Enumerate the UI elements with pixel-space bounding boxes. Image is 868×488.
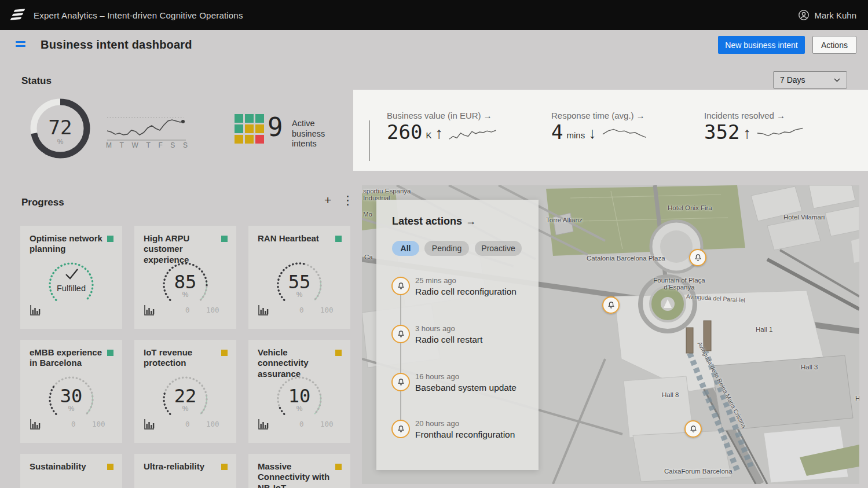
- arrow-right-icon[interactable]: →: [636, 111, 645, 120]
- scale-max: 100: [92, 420, 105, 428]
- menu-icon[interactable]: [16, 41, 25, 47]
- bar-chart-icon[interactable]: [30, 419, 41, 430]
- actions-button[interactable]: Actions: [812, 36, 856, 54]
- user-menu[interactable]: Mark Kuhn: [798, 0, 856, 30]
- card-title: IoT revenue protection: [144, 347, 226, 369]
- card-title: Optimise network planning: [30, 233, 112, 255]
- status-heading: Status: [21, 75, 52, 87]
- scale-max: 100: [320, 306, 334, 314]
- map-label: Hotel Onix Fira: [668, 204, 712, 211]
- app-title: Expert Analytics – Intent-driven Cogniti…: [34, 10, 243, 20]
- ericsson-logo-icon: [10, 8, 25, 23]
- action-title[interactable]: Baseband system update: [415, 383, 517, 393]
- gauge-unit: %: [43, 405, 99, 413]
- check-icon: [64, 267, 79, 280]
- user-name: Mark Kuhn: [814, 10, 856, 20]
- progress-card[interactable]: eMBB experience in Barcelona 30 % 0 100: [20, 340, 122, 443]
- status-square: [335, 350, 342, 356]
- kpi-sparkline: [755, 124, 807, 142]
- bell-icon: [607, 301, 616, 310]
- overall-status-gauge: 72 %: [30, 98, 90, 159]
- status-square: [107, 236, 113, 242]
- kebab-menu-icon[interactable]: ⋮: [342, 194, 354, 206]
- progress-card[interactable]: Vehicle connectivity assurance 10 % 0 10…: [248, 340, 350, 443]
- gauge-value: 55: [272, 271, 327, 293]
- scale-min: 0: [185, 306, 190, 314]
- intent-status-grid-icon: [235, 114, 264, 144]
- bar-chart-icon[interactable]: [258, 419, 269, 430]
- kpi-label: Incidents resolved: [704, 111, 774, 120]
- kpi-value: 4: [551, 122, 563, 142]
- kpi-sparkline: [600, 124, 652, 142]
- progress-card[interactable]: RAN Heartbeat 55 % 0 100: [248, 226, 350, 329]
- filter-proactive[interactable]: Proactive: [475, 241, 522, 256]
- trend-up-icon: ↑: [435, 126, 443, 142]
- bar-chart-icon[interactable]: [30, 304, 41, 316]
- chevron-down-icon: [834, 78, 840, 82]
- map-label: Torre Allianz: [546, 217, 583, 223]
- scale-min: 0: [299, 420, 304, 428]
- progress-card[interactable]: Massive Connectivity with NB-IoT: [248, 454, 350, 488]
- action-bell-icon: [391, 325, 410, 343]
- add-intent-icon[interactable]: +: [324, 194, 331, 206]
- map-alert-marker[interactable]: [689, 249, 706, 266]
- period-value: 7 Days: [780, 75, 805, 85]
- action-title[interactable]: Radio cell reconfiguration: [415, 287, 517, 297]
- gauge-unit: %: [272, 291, 327, 299]
- card-title: Ultra-reliability: [144, 461, 226, 472]
- action-bell-icon: [391, 277, 410, 295]
- kpi-value: 260: [387, 122, 422, 142]
- scale-max: 100: [206, 306, 219, 314]
- kpi-label: Business value (in EUR): [387, 111, 481, 120]
- new-business-intent-button[interactable]: New business intent: [718, 36, 805, 54]
- bar-chart-icon[interactable]: [144, 419, 155, 430]
- status-square: [335, 464, 342, 470]
- status-gauge-value: 72: [30, 116, 90, 139]
- latest-actions-panel: Latest actions→ All Pending Proactive 25…: [376, 200, 539, 470]
- arrow-right-icon[interactable]: →: [466, 215, 476, 227]
- city-map[interactable]: sportiu Espanya Industrial Mo Ca Torre A…: [362, 185, 859, 484]
- filter-all[interactable]: All: [392, 241, 419, 256]
- map-alert-marker[interactable]: [684, 420, 702, 438]
- action-bell-icon: [391, 420, 410, 438]
- map-alert-marker[interactable]: [602, 296, 620, 314]
- card-title: eMBB experience in Barcelona: [30, 347, 112, 369]
- map-label: Ca: [364, 254, 373, 260]
- progress-card[interactable]: High ARPU customer experience 85 % 0 100: [134, 226, 236, 329]
- progress-heading: Progress: [21, 197, 64, 208]
- period-select[interactable]: 7 Days: [773, 71, 847, 89]
- weekday-labels: MTWTFSS: [106, 141, 188, 149]
- gauge-unit: %: [158, 405, 213, 413]
- progress-card[interactable]: IoT revenue protection 22 % 0 100: [134, 340, 236, 443]
- progress-card[interactable]: Sustainability: [20, 454, 122, 488]
- status-square: [221, 350, 228, 356]
- topbar: Expert Analytics – Intent-driven Cogniti…: [0, 0, 868, 30]
- progress-toolbar: + ⋮: [324, 194, 354, 206]
- progress-card[interactable]: Optimise network planning Fulfilled: [20, 226, 122, 329]
- status-square: [221, 236, 228, 242]
- map-label: H: [855, 395, 859, 402]
- arrow-right-icon[interactable]: →: [484, 111, 492, 120]
- action-title[interactable]: Fronthaul reconfiguration: [415, 430, 515, 440]
- map-label: Hall 3: [801, 364, 818, 370]
- fulfilled-label: Fulfilled: [43, 284, 99, 293]
- active-intents-count: 9: [268, 112, 283, 142]
- scale-max: 100: [320, 420, 334, 428]
- gauge-value: 85: [158, 271, 213, 293]
- action-title[interactable]: Radio cell restart: [415, 335, 482, 345]
- progress-card[interactable]: Ultra-reliability: [134, 454, 236, 488]
- bar-chart-icon[interactable]: [258, 304, 269, 316]
- gauge-unit: %: [272, 405, 327, 413]
- filter-pending[interactable]: Pending: [424, 241, 469, 256]
- bar-chart-icon[interactable]: [144, 304, 155, 316]
- action-time: 20 hours ago: [415, 419, 459, 428]
- map-label: Hall 1: [756, 326, 772, 333]
- status-square: [335, 236, 342, 242]
- map-label: Catalonia Barcelona Plaza: [587, 255, 665, 262]
- card-title: Massive Connectivity with NB-IoT: [258, 461, 340, 488]
- kpi-unit: mins: [566, 130, 585, 142]
- action-bell-icon: [391, 373, 410, 391]
- gauge-value: 10: [272, 385, 327, 407]
- card-gauge: Fulfilled: [43, 258, 99, 314]
- arrow-right-icon[interactable]: →: [777, 111, 785, 120]
